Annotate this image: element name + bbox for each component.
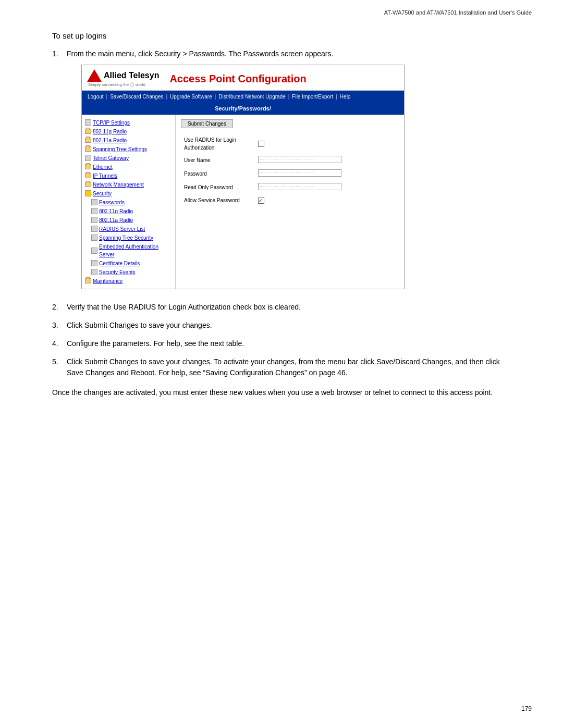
sidebar-item-passwords[interactable]: Passwords xyxy=(84,198,173,207)
steps-list: 1. From the main menu, click Security > … xyxy=(52,48,511,378)
page-icon xyxy=(91,248,97,254)
page-icon xyxy=(85,119,91,126)
sidebar-item-security[interactable]: Security xyxy=(84,189,173,198)
page-icon xyxy=(85,155,91,161)
step-2-text: Verify that the Use RADIUS for Login Aut… xyxy=(67,302,511,313)
sidebar-item-80211a[interactable]: 802.11a Radio xyxy=(84,136,173,145)
radius-checkbox[interactable] xyxy=(258,141,264,147)
password-input[interactable]: ········································… xyxy=(258,169,341,177)
folder-icon xyxy=(85,173,91,178)
field-username: User Name ······························… xyxy=(182,154,398,167)
nav-help[interactable]: Help xyxy=(337,92,353,101)
nav-upgrade[interactable]: Upgrade Software xyxy=(167,92,215,101)
sidebar-item-spanning-sec[interactable]: Spanning Tree Security xyxy=(84,233,173,242)
folder-icon xyxy=(85,138,91,143)
sidebar-item-radius[interactable]: RADIUS Server List xyxy=(84,225,173,233)
form-table: Use RADIUS for Login Authorization User … xyxy=(181,133,399,207)
sidebar-item-embedded-auth[interactable]: Embedded Authentication Server xyxy=(84,242,173,259)
section-title: To set up logins xyxy=(52,31,511,40)
step-5: 5. Click Submit Changes to save your cha… xyxy=(52,356,511,378)
sidebar-item-radio-g[interactable]: 802.11g Radio xyxy=(84,207,173,216)
header-title: AT-WA7500 and AT-WA7501 Installation and… xyxy=(384,9,532,16)
page-number: 179 xyxy=(521,705,532,712)
breadcrumb-bar: Security/Passwords/ xyxy=(82,103,404,115)
sidebar-item-telnet[interactable]: Telnet Gateway xyxy=(84,154,173,163)
screenshot: Allied Telesyn Simply connecting the ⓘ w… xyxy=(81,65,405,289)
step-1-num: 1. xyxy=(52,48,67,294)
sidebar-item-tcpip[interactable]: TCP/IP Settings xyxy=(84,118,173,127)
ap-header: Allied Telesyn Simply connecting the ⓘ w… xyxy=(82,65,404,91)
field-username-label: User Name xyxy=(182,154,255,167)
folder-icon xyxy=(85,164,91,169)
sidebar-item-sec-events[interactable]: Security Events xyxy=(84,268,173,277)
main-panel: Submit Changes Use RADIUS for Login Auth… xyxy=(176,115,404,289)
username-input[interactable]: ········································… xyxy=(258,156,341,163)
folder-icon xyxy=(85,129,91,134)
folder-icon xyxy=(85,146,91,152)
field-allow-service-label: Allow Service Password xyxy=(182,195,255,206)
logo-brand: Allied Telesyn xyxy=(104,69,159,82)
page-header: AT-WA7500 and AT-WA7501 Installation and… xyxy=(0,0,563,21)
sidebar-item-spanning[interactable]: Spanning Tree Settings xyxy=(84,145,173,154)
folder-icon xyxy=(85,278,91,283)
field-readonly-password: Read Only Password ·····················… xyxy=(182,181,398,194)
logo-sub: Simply connecting the ⓘ world xyxy=(88,82,145,88)
field-allow-service: Allow Service Password xyxy=(182,195,398,206)
security-icon xyxy=(85,190,91,196)
ap-logo: Allied Telesyn Simply connecting the ⓘ w… xyxy=(87,69,159,88)
step-4: 4. Configure the parameters. For help, s… xyxy=(52,338,511,349)
step-1: 1. From the main menu, click Security > … xyxy=(52,48,511,294)
page-content: To set up logins 1. From the main menu, … xyxy=(0,21,563,429)
nav-distributed[interactable]: Distributed Network Upgrade xyxy=(216,92,288,101)
step-4-num: 4. xyxy=(52,338,67,349)
step-5-text: Click Submit Changes to save your change… xyxy=(67,356,511,378)
step-5-num: 5. xyxy=(52,356,67,378)
field-password: Password ·······························… xyxy=(182,168,398,180)
sidebar-item-cert[interactable]: Certificate Details xyxy=(84,259,173,268)
page-icon xyxy=(91,199,97,205)
sidebar-item-ethernet[interactable]: Ethernet xyxy=(84,163,173,171)
nav-save[interactable]: Save/Discard Changes xyxy=(107,92,166,101)
page-icon xyxy=(91,217,97,223)
step-3-num: 3. xyxy=(52,320,67,331)
page-icon xyxy=(91,208,97,214)
field-username-value: ········································… xyxy=(256,154,398,167)
step-2: 2. Verify that the Use RADIUS for Login … xyxy=(52,302,511,313)
field-password-label: Password xyxy=(182,168,255,180)
folder-icon xyxy=(85,182,91,187)
readonly-password-input[interactable]: ········································… xyxy=(258,183,341,190)
page-icon xyxy=(91,260,97,266)
breadcrumb: Security/Passwords/ xyxy=(215,105,271,112)
sidebar-item-netmgmt[interactable]: Network Management xyxy=(84,180,173,189)
logo-triangle-icon xyxy=(87,69,102,82)
nav-bar: Logout | Save/Discard Changes | Upgrade … xyxy=(82,91,404,103)
sidebar-item-radio-a[interactable]: 802.11a Radio xyxy=(84,216,173,225)
page-icon xyxy=(91,269,97,275)
field-readonly-value: ········································… xyxy=(256,181,398,194)
field-radius-label: Use RADIUS for Login Authorization xyxy=(182,134,255,153)
logo-main: Allied Telesyn xyxy=(87,69,159,82)
sidebar: TCP/IP Settings 802.11g Radio 802.11a Ra… xyxy=(82,115,176,289)
ap-title: Access Point Configuration xyxy=(169,71,306,87)
field-allow-service-value xyxy=(256,195,398,206)
field-radius: Use RADIUS for Login Authorization xyxy=(182,134,398,153)
sidebar-item-iptunnels[interactable]: IP Tunnels xyxy=(84,171,173,180)
page-icon xyxy=(91,235,97,241)
allow-service-checkbox[interactable] xyxy=(258,198,264,204)
step-3: 3. Click Submit Changes to save your cha… xyxy=(52,320,511,331)
bottom-paragraph: Once the changes are activated, you must… xyxy=(52,387,511,398)
sidebar-item-maintenance[interactable]: Maintenance xyxy=(84,277,173,286)
step-2-num: 2. xyxy=(52,302,67,313)
step-4-text: Configure the parameters. For help, see … xyxy=(67,338,511,349)
step-1-text: From the main menu, click Security > Pas… xyxy=(67,48,511,294)
nav-logout[interactable]: Logout xyxy=(85,92,106,101)
page-icon xyxy=(91,226,97,232)
submit-changes-button[interactable]: Submit Changes xyxy=(181,119,233,128)
field-password-value: ········································… xyxy=(256,168,398,180)
step-3-text: Click Submit Changes to save your change… xyxy=(67,320,511,331)
ap-body: TCP/IP Settings 802.11g Radio 802.11a Ra… xyxy=(82,115,404,289)
sidebar-item-80211g[interactable]: 802.11g Radio xyxy=(84,127,173,136)
field-readonly-label: Read Only Password xyxy=(182,181,255,194)
nav-fileimport[interactable]: File Import/Export xyxy=(289,92,336,101)
field-radius-value xyxy=(256,134,398,153)
